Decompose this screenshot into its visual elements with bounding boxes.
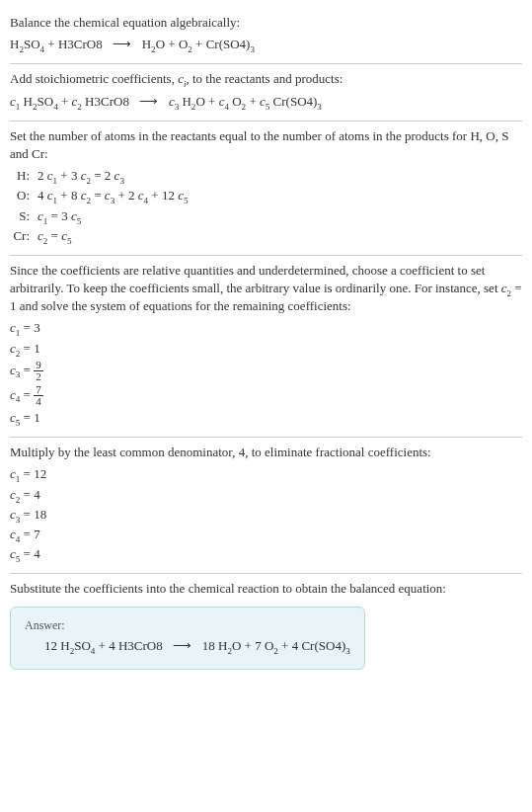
answer-label: Answer: xyxy=(25,617,350,634)
section-stoichiometric: Add stoichiometric coefficients, ci, to … xyxy=(10,64,522,121)
coeff-eq: c2 = 4 xyxy=(10,486,40,504)
coeff-row: c5 = 1 xyxy=(10,409,522,427)
coeff-eq: c5 = 4 xyxy=(10,545,40,563)
section-atom-equations: Set the number of atoms in the reactants… xyxy=(10,122,522,256)
section-initial-solution: Since the coefficients are relative quan… xyxy=(10,256,522,438)
coeff-row: c3 = 92 xyxy=(10,360,522,382)
section-balance: Balance the chemical equation algebraica… xyxy=(10,8,522,64)
coeff-eq: c4 = 7 xyxy=(10,526,40,543)
section-text: Substitute the coefficients into the che… xyxy=(10,580,522,598)
section-title: Add stoichiometric coefficients, ci, to … xyxy=(10,70,522,88)
atom-equation-list: H: 2 c1 + 3 c2 = 2 c3 O: 4 c1 + 8 c2 = c… xyxy=(10,167,522,245)
section-text: Since the coefficients are relative quan… xyxy=(10,262,522,316)
atom-label: S: xyxy=(10,207,38,225)
coeff-row: c2 = 1 xyxy=(10,340,522,358)
section-multiply-lcd: Multiply by the least common denominator… xyxy=(10,438,522,574)
atom-row-o: O: 4 c1 + 8 c2 = c3 + 2 c4 + 12 c5 xyxy=(10,187,522,204)
section-text: Multiply by the least common denominator… xyxy=(10,444,522,461)
atom-equation: c1 = 3 c5 xyxy=(38,207,81,225)
atom-equation: 4 c1 + 8 c2 = c3 + 2 c4 + 12 c5 xyxy=(38,187,189,204)
coeff-eq: c3 = 18 xyxy=(10,506,46,524)
atom-equation: c2 = c5 xyxy=(38,227,72,245)
coeff-eq: c1 = 3 xyxy=(10,319,40,337)
atom-equation: 2 c1 + 3 c2 = 2 c3 xyxy=(38,167,124,185)
coeff-eq: c2 = 1 xyxy=(10,340,40,358)
coeff-row: c1 = 3 xyxy=(10,319,522,337)
coeff-row: c1 = 12 xyxy=(10,465,522,483)
section-title: Balance the chemical equation algebraica… xyxy=(10,14,522,32)
coeff-row: c2 = 4 xyxy=(10,486,522,504)
coefficient-list-initial: c1 = 3 c2 = 1 c3 = 92 c4 = 74 c5 = 1 xyxy=(10,319,522,427)
atom-row-s: S: c1 = 3 c5 xyxy=(10,207,522,225)
equation-with-coefficients: c1 H2SO4 + c2 H3CrO8 ⟶ c3 H2O + c4 O2 + … xyxy=(10,93,522,111)
coeff-eq: c4 = 74 xyxy=(10,384,43,407)
coeff-row: c5 = 4 xyxy=(10,545,522,563)
atom-row-h: H: 2 c1 + 3 c2 = 2 c3 xyxy=(10,167,522,185)
section-title: Set the number of atoms in the reactants… xyxy=(10,127,522,163)
coeff-eq: c3 = 92 xyxy=(10,360,43,382)
atom-label: H: xyxy=(10,167,38,185)
coeff-row: c4 = 7 xyxy=(10,526,522,543)
balanced-equation: 12 H2SO4 + 4 H3CrO8 ⟶ 18 H2O + 7 O2 + 4 … xyxy=(25,637,350,655)
atom-label: O: xyxy=(10,187,38,204)
coeff-row: c3 = 18 xyxy=(10,506,522,524)
coeff-eq: c1 = 12 xyxy=(10,465,46,483)
coefficient-list-final: c1 = 12 c2 = 4 c3 = 18 c4 = 7 c5 = 4 xyxy=(10,465,522,563)
coeff-row: c4 = 74 xyxy=(10,384,522,407)
equation-unbalanced: H2SO4 + H3CrO8 ⟶ H2O + O2 + Cr(SO4)3 xyxy=(10,36,522,53)
answer-box: Answer: 12 H2SO4 + 4 H3CrO8 ⟶ 18 H2O + 7… xyxy=(10,607,365,671)
coeff-eq: c5 = 1 xyxy=(10,409,40,427)
atom-row-cr: Cr: c2 = c5 xyxy=(10,227,522,245)
atom-label: Cr: xyxy=(10,227,38,245)
section-answer: Substitute the coefficients into the che… xyxy=(10,574,522,676)
